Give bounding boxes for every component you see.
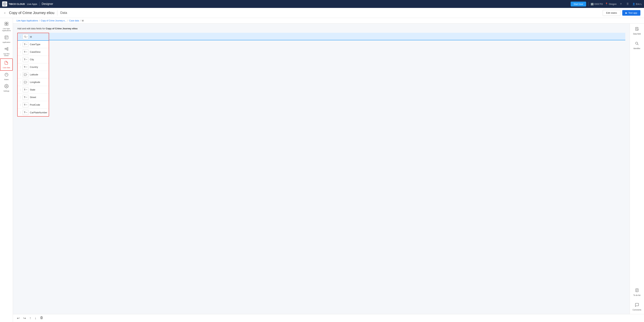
undo-button[interactable]: ↩	[16, 315, 21, 321]
breadcrumb-app[interactable]: Copy of Crime Journey e...	[41, 20, 66, 22]
live-apps-icon	[4, 22, 9, 27]
help-button[interactable]: ?	[619, 2, 623, 6]
application-icon	[4, 35, 9, 41]
svg-text:1: 1	[25, 82, 26, 83]
breadcrumb-sep-3: /	[80, 20, 81, 22]
section-description: Add and edit data fields for Copy of Cri…	[17, 27, 625, 30]
user-icon: 👤	[632, 3, 635, 6]
delete-button[interactable]	[39, 315, 44, 321]
test-app-icon: ▶	[626, 12, 627, 14]
field-row-city[interactable]: ⋮ Tт▾ City	[18, 56, 49, 63]
field-type-casetype[interactable]: Tт▾	[23, 42, 28, 47]
field-type-carplatenumber[interactable]: Tт▾	[23, 110, 28, 115]
move-down-button[interactable]: ↓	[34, 315, 38, 321]
svg-rect-9	[7, 48, 8, 49]
case-data-icon	[4, 61, 9, 66]
drag-handle-postcode[interactable]: ⋮	[19, 103, 21, 106]
field-type-postcode[interactable]: Tт▾	[23, 102, 28, 107]
settings-icon	[4, 84, 9, 89]
drag-handle-id[interactable]: ⋮	[19, 35, 21, 38]
right-panel-data-field[interactable]: Data field	[630, 25, 644, 36]
sidebar-item-settings[interactable]: Settings	[0, 82, 13, 94]
sidebar-label-case-data: Case data	[3, 67, 10, 69]
apps-grid-button[interactable]: ⠿	[625, 2, 630, 7]
breadcrumb: Live Apps Applications / Copy of Crime J…	[13, 18, 644, 24]
back-button[interactable]: ‹	[4, 10, 6, 16]
right-panel-comments[interactable]: Comments	[630, 301, 644, 312]
redo-button[interactable]: ↪	[22, 315, 27, 321]
svg-text:1: 1	[25, 74, 26, 76]
top-navigation: TIBCO CLOUD Live Apps Designer Start tou…	[0, 0, 644, 8]
nav-divider-2	[588, 2, 588, 6]
user-menu[interactable]: 👤 Eric L	[632, 3, 642, 6]
field-type-state[interactable]: Tт▾	[23, 87, 28, 92]
data-content: Add and edit data fields for Copy of Cri…	[13, 24, 630, 314]
field-row-street[interactable]: ⋮ Tт▾ Street	[18, 94, 49, 101]
sidebar-item-application[interactable]: Application	[0, 34, 13, 45]
field-row-country[interactable]: ⋮ Tт▾ Country	[18, 63, 49, 71]
drag-handle-country[interactable]: ⋮	[19, 66, 21, 69]
svg-point-13	[5, 73, 8, 76]
identifier-label: Identifier	[634, 48, 640, 50]
location-indicator: 📍 Oregon	[605, 3, 616, 6]
user-label: Eric L	[636, 3, 642, 6]
breadcrumb-live-apps[interactable]: Live Apps Applications	[16, 20, 38, 22]
field-name-id: Id	[30, 36, 47, 38]
drag-handle-state[interactable]: ⋮	[19, 88, 21, 91]
field-row-id[interactable]: ⋮ ▾ Id	[18, 33, 49, 41]
svg-line-26	[637, 44, 638, 45]
drag-handle-casedesc[interactable]: ⋮	[19, 51, 21, 54]
field-type-street[interactable]: Tт▾	[23, 95, 28, 100]
header-actions: Edit states ▶ Test app	[603, 10, 640, 16]
field-type-latitude[interactable]: 1 ▾	[23, 72, 28, 77]
sidebar-item-states[interactable]: States	[0, 71, 13, 82]
live-apps-label: Live Apps	[27, 3, 37, 6]
sidebar-label-live-apps: Live Apps Applications	[2, 28, 11, 32]
field-row-state[interactable]: ⋮ Tт▾ State	[18, 86, 49, 94]
start-tour-button[interactable]: Start tour	[571, 2, 586, 7]
field-row-casedesc[interactable]: ⋮ Tт▾ CaseDesc	[18, 48, 49, 56]
breadcrumb-sep-2: /	[68, 20, 68, 22]
drag-handle-street[interactable]: ⋮	[19, 96, 21, 99]
edit-states-button[interactable]: Edit states	[603, 10, 620, 16]
field-row-postcode[interactable]: ⋮ Tт▾ PostCode	[18, 101, 49, 109]
move-up-button[interactable]: ↑	[28, 315, 32, 321]
bottom-toolbar: ↩ ↪ ↑ ↓	[13, 314, 644, 322]
field-row-latitude[interactable]: ⋮ 1 ▾ Latitude	[18, 71, 49, 78]
breadcrumb-case-data[interactable]: Case data	[69, 20, 79, 22]
drag-handle-longitude[interactable]: ⋮	[19, 81, 21, 84]
todo-label: To do list	[634, 294, 640, 296]
field-name-postcode: PostCode	[30, 103, 47, 106]
svg-line-12	[6, 49, 7, 50]
drag-handle-city[interactable]: ⋮	[19, 58, 21, 61]
sidebar-item-live-apps[interactable]: Live Apps Applications	[0, 20, 13, 34]
test-app-button[interactable]: ▶ Test app	[622, 10, 640, 16]
field-type-longitude[interactable]: 1 ▾	[23, 80, 28, 85]
identifier-icon	[635, 41, 639, 47]
field-type-id[interactable]: ▾	[23, 34, 28, 39]
drag-handle-latitude[interactable]: ⋮	[19, 73, 21, 76]
data-field-icon	[635, 27, 639, 32]
right-panel-identifier[interactable]: Identifier	[630, 40, 644, 51]
field-name-city: City	[30, 58, 47, 61]
drag-handle-casetype[interactable]: ⋮	[19, 43, 21, 46]
field-row-longitude[interactable]: ⋮ 1 ▾ Longitude	[18, 78, 49, 86]
fields-area: ⋮ ▾ Id ⋮	[17, 33, 625, 117]
field-type-casedesc[interactable]: Tт▾	[23, 50, 28, 55]
svg-rect-4	[7, 24, 8, 25]
org-label: OOCTO	[594, 3, 603, 6]
field-name-casedesc: CaseDesc	[30, 51, 47, 53]
sidebar-item-case-data[interactable]: Case data	[0, 59, 13, 71]
field-row-casetype[interactable]: ⋮ Tт▾ CaseType	[18, 41, 49, 48]
svg-rect-10	[7, 49, 8, 50]
field-type-city[interactable]: Tт▾	[23, 57, 28, 62]
sidebar: Live Apps Applications Application	[0, 18, 13, 322]
content-area: Live Apps Applications / Copy of Crime J…	[13, 18, 644, 322]
field-type-country[interactable]: Tт▾	[23, 65, 28, 70]
sidebar-item-app-flow[interactable]: App flow viewer	[0, 45, 13, 59]
right-panel-todo[interactable]: To do list	[630, 287, 644, 298]
svg-rect-3	[5, 24, 6, 25]
field-row-carplatenumber[interactable]: ⋮ Tт▾ CarPlateNumber	[18, 109, 49, 116]
field-name-carplatenumber: CarPlateNumber	[30, 111, 47, 114]
drag-handle-carplatenumber[interactable]: ⋮	[19, 111, 21, 114]
